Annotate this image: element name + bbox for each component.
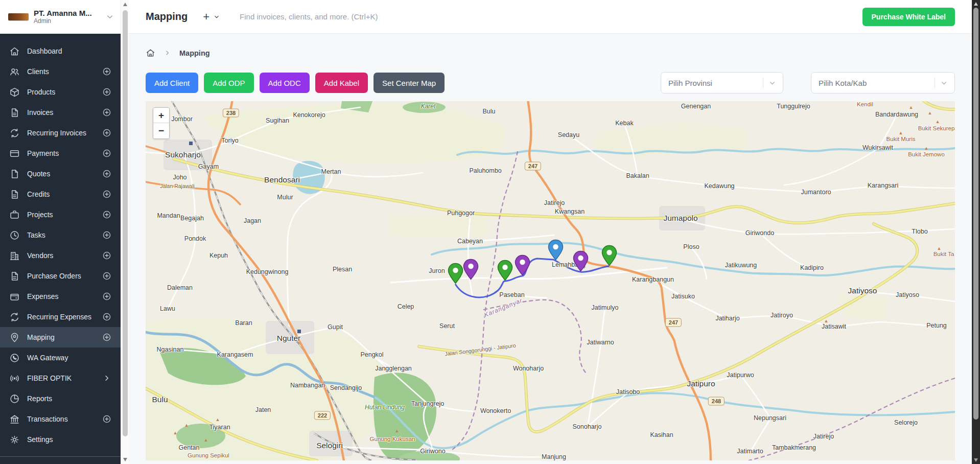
plus-circle-icon[interactable] [102,414,111,424]
signal-icon [9,373,20,384]
sidebar-item-label: Transactions [27,415,68,423]
sidebar-item-label: WA Gateway [27,354,68,362]
workspace-switcher[interactable]: PT. Amanna M... Admin [0,0,121,34]
sidebar-item-recurring-invoices[interactable]: Recurring Invoices [0,123,121,143]
sidebar-nav: DashboardClientsProductsInvoicesRecurrin… [0,41,121,450]
add-kabel-button[interactable]: Add Kabel [315,73,368,93]
sidebar-item-projects[interactable]: Projects [0,204,121,225]
main-area: Mapping + Purchase White Label Mapping A… [129,0,972,464]
plus-circle-icon[interactable] [102,190,111,199]
home-icon[interactable] [146,48,155,58]
map-marker-green[interactable] [601,245,617,268]
box-icon [9,87,20,98]
sidebar-item-reports[interactable]: Reports [0,388,121,409]
sidebar-scrollbar-thumb[interactable] [123,10,128,436]
sidebar-item-label: Credits [27,190,50,198]
scroll-up-arrow[interactable] [974,2,978,6]
doc-icon [9,271,20,282]
add-client-button[interactable]: Add Client [146,73,198,93]
sidebar-item-credits[interactable]: Credits [0,184,121,204]
set-center-map-button[interactable]: Set Center Map [374,73,445,93]
chevron-down-icon[interactable] [105,12,114,21]
sidebar-item-recurring-expenses[interactable]: Recurring Expenses [0,307,121,327]
sidebar-item-vendors[interactable]: Vendors [0,245,121,266]
plus-circle-icon[interactable] [102,67,111,76]
sidebar-item-label: Reports [27,395,52,403]
scroll-down-arrow[interactable] [123,458,127,461]
select-divider [935,77,935,88]
plus-circle-icon[interactable] [102,87,111,97]
building-icon [9,250,20,261]
sidebar-item-payments[interactable]: Payments [0,143,121,164]
map-marker-purple[interactable] [515,254,530,278]
content: Mapping Add ClientAdd ODPAdd ODCAdd Kabe… [129,48,972,460]
sidebar-item-expenses[interactable]: Expenses [0,286,121,307]
scroll-up-arrow[interactable] [123,3,127,6]
sidebar-item-label: Purchase Orders [27,272,81,280]
sidebar-item-invoices[interactable]: Invoices [0,102,121,123]
clock-icon [9,230,20,241]
add-odc-button[interactable]: Add ODC [260,73,310,93]
sidebar-item-products[interactable]: Products [0,82,121,102]
sidebar-item-label: Products [27,88,55,96]
map-marker-blue[interactable] [548,239,564,263]
chevron-right-icon [102,374,111,383]
plus-circle-icon[interactable] [102,210,111,219]
sidebar-item-settings[interactable]: Settings [0,429,121,450]
sidebar-scrollbar[interactable] [121,0,129,464]
map[interactable]: JomborSukoharjoToriyoSugihanKenokorejoKa… [146,101,955,460]
global-search-input[interactable] [240,12,556,21]
sidebar-item-label: Clients [27,67,49,76]
page-scrollbar[interactable] [972,0,980,464]
zoom-out-button[interactable]: − [153,123,169,138]
whatsapp-icon [9,353,20,363]
sidebar-item-quotes[interactable]: Quotes [0,164,121,184]
city-select[interactable]: Pilih Kota/Kab [811,72,955,94]
province-select[interactable]: Pilih Provinsi [661,72,783,94]
sidebar-item-purchase-orders[interactable]: Purchase Orders [0,266,121,286]
sidebar-item-label: Tasks [27,231,45,239]
sidebar-item-fiber-optik[interactable]: FIBER OPTIK [0,368,121,388]
sidebar-item-tasks[interactable]: Tasks [0,225,121,245]
refresh-icon [9,312,20,322]
plus-circle-icon[interactable] [102,169,111,178]
plus-circle-icon[interactable] [102,292,111,301]
plus-circle-icon[interactable] [102,108,111,117]
sidebar-item-label: Dashboard [27,47,62,55]
sidebar-item-wa-gateway[interactable]: WA Gateway [0,347,121,368]
gear-icon [9,434,20,445]
sidebar-item-dashboard[interactable]: Dashboard [0,41,121,61]
plus-circle-icon[interactable] [102,333,111,342]
city-select-value: Pilih Kota/Kab [819,79,867,87]
sidebar-item-label: Quotes [27,170,50,178]
app-window: PT. Amanna M... Admin DashboardClientsPr… [0,0,980,464]
page-title: Mapping [146,11,188,22]
plus-circle-icon[interactable] [102,230,111,240]
scroll-down-arrow[interactable] [974,458,978,462]
plus-circle-icon[interactable] [102,312,111,321]
zoom-in-button[interactable]: + [153,108,169,123]
add-odp-button[interactable]: Add ODP [204,73,253,93]
breadcrumb-current: Mapping [179,49,210,57]
map-marker-purple[interactable] [573,250,589,274]
map-marker-green[interactable] [497,260,513,283]
quick-add-button[interactable]: + [203,11,209,22]
topbar: Mapping + Purchase White Label [129,0,972,34]
chevron-right-icon [164,49,171,57]
sidebar-item-label: Recurring Expenses [27,313,91,321]
map-canvas[interactable] [146,101,955,460]
purchase-white-label-button[interactable]: Purchase White Label [862,8,955,26]
plus-circle-icon[interactable] [102,251,111,260]
map-marker-green[interactable] [448,263,463,286]
sidebar-item-transactions[interactable]: Transactions [0,409,121,429]
plus-circle-icon[interactable] [102,149,111,158]
page-scrollbar-thumb[interactable] [973,8,978,420]
sidebar-item-clients[interactable]: Clients [0,61,121,82]
sidebar-item-mapping[interactable]: Mapping [0,327,121,347]
briefcase-icon [9,210,20,220]
chevron-down-icon[interactable] [213,13,220,20]
sidebar-item-label: Vendors [27,251,53,260]
plus-circle-icon[interactable] [102,271,111,281]
plus-circle-icon[interactable] [102,128,111,137]
map-marker-purple[interactable] [463,259,479,282]
